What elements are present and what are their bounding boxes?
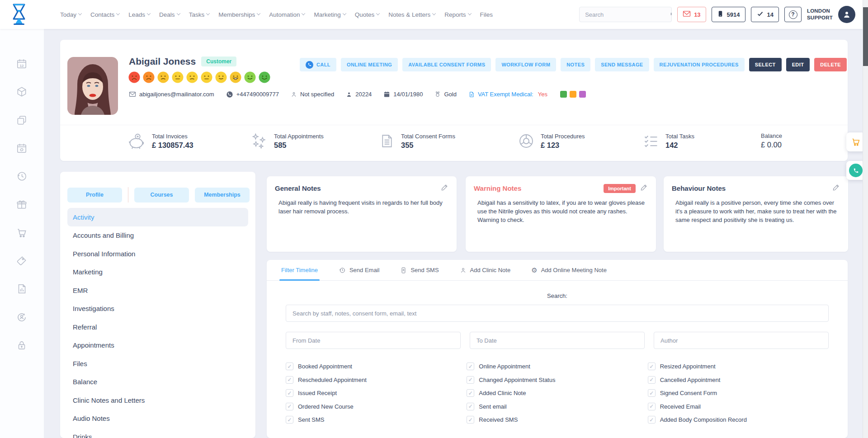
tag-green[interactable] bbox=[560, 91, 567, 98]
menu-item-files[interactable]: Files bbox=[67, 354, 248, 373]
nav-quotes[interactable]: Quotes bbox=[355, 11, 380, 18]
menu-item-investigations[interactable]: Investigations bbox=[67, 300, 248, 318]
filter-resized-appointment[interactable]: ✓Resized Appointment bbox=[648, 360, 829, 373]
menu-item-audio-notes[interactable]: Audio Notes bbox=[67, 410, 248, 428]
filter-received-email[interactable]: ✓Received Email bbox=[648, 400, 829, 414]
mood-neutral-icon[interactable] bbox=[172, 71, 184, 83]
filter-sent-sms[interactable]: ✓Sent SMS bbox=[286, 413, 467, 427]
menu-item-appointments[interactable]: Appointments bbox=[67, 336, 248, 355]
tab-filter-timeline[interactable]: Filter Timeline bbox=[281, 260, 318, 280]
filter-booked-appointment[interactable]: ✓Booked Appointment bbox=[286, 360, 467, 373]
tab-send-email[interactable]: Send Email bbox=[339, 260, 379, 280]
copy-icon[interactable] bbox=[16, 114, 28, 126]
filter-ordered-new-course[interactable]: ✓Ordered New Course bbox=[286, 400, 467, 414]
nav-tasks[interactable]: Tasks bbox=[189, 11, 210, 18]
mood-very-happy-icon[interactable] bbox=[259, 71, 270, 83]
menu-item-accounts-and-billing[interactable]: Accounts and Billing bbox=[67, 226, 248, 245]
tag-purple[interactable] bbox=[579, 91, 586, 98]
search-icon[interactable] bbox=[670, 7, 672, 22]
filter-sent-email[interactable]: ✓Sent email bbox=[467, 400, 647, 414]
edit-pencil-icon[interactable] bbox=[832, 184, 840, 193]
tab-add-online-meeting-note[interactable]: ⚙ Add Online Meeting Note bbox=[531, 260, 607, 280]
cart-icon[interactable] bbox=[16, 227, 28, 239]
filter-received-sms[interactable]: ✓Received SMS bbox=[467, 413, 647, 427]
workflow-form-button[interactable]: WORKFLOW FORM bbox=[495, 58, 556, 71]
menu-item-emr[interactable]: EMR bbox=[67, 281, 248, 300]
mood-unhappy-icon[interactable] bbox=[143, 71, 155, 83]
tab-memberships[interactable]: Memberships bbox=[195, 188, 250, 203]
history-icon[interactable] bbox=[16, 170, 28, 182]
package-icon[interactable] bbox=[16, 86, 28, 98]
filter-added-body-composition-record[interactable]: ✓Added Body Composition Record bbox=[648, 413, 829, 427]
nav-notes-letters[interactable]: Notes & Letters bbox=[388, 11, 435, 18]
client-email[interactable]: abigailjones@mailinator.com bbox=[129, 91, 214, 98]
mood-very-unhappy-icon[interactable] bbox=[128, 71, 140, 83]
rejuvenation-procedures-button[interactable]: REJUVENATION PROCEDURES bbox=[654, 58, 745, 71]
filter-issued-receipt[interactable]: ✓Issued Receipt bbox=[286, 386, 467, 400]
client-vat-exempt[interactable]: VAT Exempt Medical:Yes bbox=[468, 91, 547, 98]
call-button[interactable]: CALL bbox=[300, 58, 336, 71]
person-sync-icon[interactable] bbox=[16, 311, 28, 323]
mood-happy-icon[interactable] bbox=[244, 71, 256, 83]
delete-button[interactable]: DELETE bbox=[814, 58, 847, 71]
nav-marketing[interactable]: Marketing bbox=[314, 11, 345, 18]
filter-cancelled-appointment[interactable]: ✓Cancelled Appointment bbox=[648, 373, 829, 387]
edit-pencil-icon[interactable] bbox=[441, 184, 448, 193]
client-photo[interactable] bbox=[67, 57, 118, 115]
menu-item-marketing[interactable]: Marketing bbox=[67, 263, 248, 282]
edit-pencil-icon[interactable] bbox=[640, 184, 648, 193]
lock-icon[interactable] bbox=[16, 339, 28, 351]
to-date-input[interactable] bbox=[470, 332, 645, 349]
report-file-icon[interactable] bbox=[16, 283, 28, 295]
author-input[interactable] bbox=[654, 332, 829, 349]
nav-today[interactable]: Today bbox=[60, 11, 81, 18]
client-phone[interactable]: +447490009777 bbox=[226, 91, 279, 98]
price-tag-icon[interactable] bbox=[16, 255, 28, 267]
menu-item-clinic-notes-and-letters[interactable]: Clinic Notes and Letters bbox=[67, 391, 248, 410]
online-meeting-button[interactable]: ONLINE MEETING bbox=[341, 58, 398, 71]
timeline-search-input[interactable] bbox=[286, 305, 829, 322]
nav-files[interactable]: Files bbox=[480, 11, 493, 18]
tasks-badge[interactable]: 14 bbox=[751, 7, 779, 22]
nav-reports[interactable]: Reports bbox=[444, 11, 471, 18]
select-button[interactable]: SELECT bbox=[749, 58, 782, 71]
edit-button[interactable]: EDIT bbox=[786, 58, 810, 71]
tab-send-sms[interactable]: Send SMS bbox=[400, 260, 439, 280]
calendar-icon[interactable]: 12 bbox=[16, 58, 28, 70]
nav-contacts[interactable]: Contacts bbox=[90, 11, 119, 18]
mood-sad-icon[interactable] bbox=[157, 71, 169, 83]
mood-slightly-happy-icon[interactable] bbox=[215, 71, 227, 83]
send-message-button[interactable]: SEND MESSAGE bbox=[595, 58, 649, 71]
global-search-input[interactable] bbox=[580, 11, 670, 18]
nav-deals[interactable]: Deals bbox=[159, 11, 180, 18]
available-consent-forms-button[interactable]: AVAILABLE CONSENT FORMS bbox=[402, 58, 491, 71]
tab-profile[interactable]: Profile bbox=[67, 188, 122, 203]
calendar-sync-icon[interactable] bbox=[16, 142, 28, 154]
notes-button[interactable]: NOTES bbox=[561, 58, 590, 71]
tag-orange[interactable] bbox=[570, 91, 576, 98]
nav-leads[interactable]: Leads bbox=[128, 11, 150, 18]
mood-neutral-icon[interactable] bbox=[201, 71, 212, 83]
filter-added-clinic-note[interactable]: ✓Added Clinic Note bbox=[467, 386, 647, 400]
sms-badge[interactable]: 5914 bbox=[712, 7, 745, 22]
mood-slightly-sad-icon[interactable] bbox=[186, 71, 198, 83]
app-logo-hourglass-icon[interactable] bbox=[11, 4, 27, 25]
menu-item-balance[interactable]: Balance bbox=[67, 373, 248, 391]
menu-item-personal-information[interactable]: Personal Information bbox=[67, 245, 248, 263]
filter-rescheduled-appointment[interactable]: ✓Rescheduled Appointment bbox=[286, 373, 467, 387]
messages-badge[interactable]: 13 bbox=[677, 7, 706, 22]
help-button[interactable]: ? bbox=[784, 7, 802, 22]
scrollbar-thumb[interactable] bbox=[863, 7, 868, 66]
gift-icon[interactable] bbox=[16, 198, 28, 210]
tab-add-clinic-note[interactable]: Add Clinic Note bbox=[460, 260, 511, 280]
menu-item-referral[interactable]: Referral bbox=[67, 318, 248, 336]
nav-memberships[interactable]: Memberships bbox=[218, 11, 260, 18]
nav-automation[interactable]: Automation bbox=[269, 11, 305, 18]
menu-item-drinks[interactable]: Drinks bbox=[67, 428, 248, 438]
mood-grinning-icon[interactable] bbox=[230, 71, 241, 83]
filter-online-appointment[interactable]: ✓Online Appointment bbox=[467, 360, 647, 373]
filter-signed-consent-form[interactable]: ✓Signed Consent Form bbox=[648, 386, 829, 400]
filter-changed-appointment-status[interactable]: ✓Changed Appointment Status bbox=[467, 373, 647, 387]
tab-courses[interactable]: Courses bbox=[134, 188, 189, 203]
menu-item-activity[interactable]: Activity bbox=[67, 208, 248, 226]
